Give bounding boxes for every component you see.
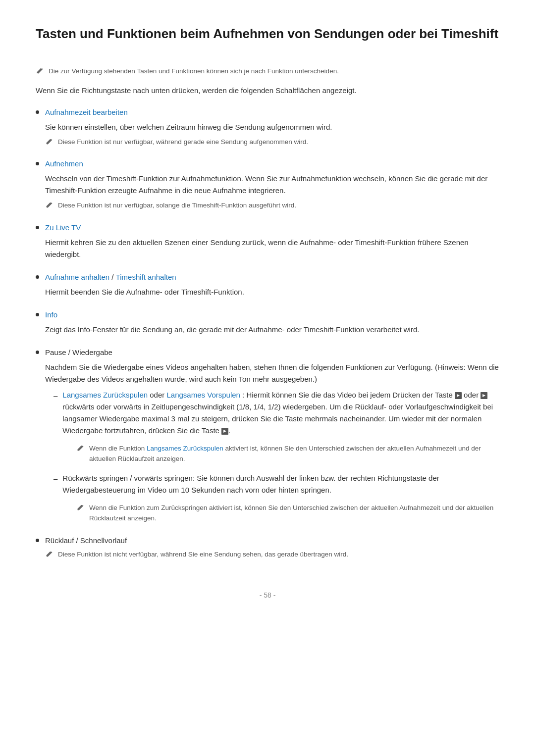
- section-aufnahmezeit: Aufnahmezeit bearbeiten Sie können einst…: [36, 106, 499, 148]
- pencil-icon-2: [45, 137, 53, 145]
- link-vorspulen: Langsames Vorspulen: [166, 391, 240, 399]
- intro-text: Wenn Sie die Richtungstaste nach unten d…: [36, 85, 499, 97]
- bullet-dot-4: [36, 275, 39, 279]
- aufnahmezeit-note-text: Diese Funktion ist nur verfügbar, währen…: [58, 137, 308, 148]
- section-livetv: Zu Live TV Hiermit kehren Sie zu den akt…: [36, 222, 499, 260]
- section-info: Info Zeigt das Info-Fenster für die Send…: [36, 309, 499, 336]
- section-pause: Pause / Wiedergabe Nachdem Sie die Wiede…: [36, 347, 499, 524]
- dash-body-langsam: Langsames Zurückspulen oder Langsames Vo…: [62, 389, 499, 437]
- pencil-icon-4: [76, 444, 84, 452]
- rucklauf-title: Rücklauf / Schnellvorlauf: [45, 535, 127, 547]
- link-zurueckspulen: Langsames Zurückspulen: [62, 391, 148, 399]
- bullet-dot-6: [36, 351, 39, 354]
- dash-list: – Langsames Zurückspulen oder Langsames …: [54, 389, 499, 524]
- forward-icon: [481, 392, 487, 399]
- pause-title: Pause / Wiedergabe: [45, 347, 112, 358]
- oder-sep: oder: [150, 391, 166, 399]
- bullet-dot-7: [36, 539, 39, 542]
- section-rucklauf: Rücklauf / Schnellvorlauf Diese Funktion…: [36, 535, 499, 560]
- aufnahmezeit-note-row: Diese Funktion ist nur verfügbar, währen…: [45, 137, 499, 148]
- aufnahmezeit-title: Aufnahmezeit bearbeiten: [45, 106, 128, 118]
- anhalten-sep: /: [109, 273, 116, 281]
- anhalten-title: Aufnahme anhalten / Timeshift anhalten: [45, 271, 176, 283]
- bullet-livetv: Zu Live TV: [36, 222, 499, 234]
- aufnehmen-body: Wechseln von der Timeshift-Funktion zur …: [45, 173, 499, 197]
- pause-body: Nachdem Sie die Wiedergabe eines Videos …: [45, 361, 499, 385]
- note-text-springen: Wenn die Funktion zum Zurückspringen akt…: [89, 503, 499, 524]
- bullet-anhalten: Aufnahme anhalten / Timeshift anhalten: [36, 271, 499, 283]
- dash-body-springen: Rückwärts springen / vorwärts springen: …: [62, 472, 499, 496]
- anhalten-title-1: Aufnahme anhalten: [45, 273, 109, 281]
- livetv-body: Hiermit kehren Sie zu den aktuellen Szen…: [45, 237, 499, 260]
- section-aufnehmen: Aufnehmen Wechseln von der Timeshift-Fun…: [36, 158, 499, 211]
- note-text-langsam: Wenn die Funktion Langsames Zurückspulen…: [89, 444, 499, 464]
- bullet-dot-5: [36, 313, 39, 316]
- bullet-aufnehmen: Aufnehmen: [36, 158, 499, 170]
- dash-sub-note-langsam: Wenn die Funktion Langsames Zurückspulen…: [76, 444, 499, 464]
- page-title: Tasten und Funktionen beim Aufnehmen von…: [36, 24, 499, 52]
- rewind-icon: [455, 392, 462, 399]
- info-body: Zeigt das Info-Fenster für die Sendung a…: [45, 324, 499, 336]
- bullet-rucklauf: Rücklauf / Schnellvorlauf: [36, 535, 499, 547]
- page-footer: - 58 -: [36, 590, 499, 601]
- livetv-title: Zu Live TV: [45, 222, 81, 234]
- top-note-text: Die zur Verfügung stehenden Tasten und F…: [49, 66, 339, 77]
- aufnehmen-title: Aufnehmen: [45, 158, 83, 170]
- anhalten-title-2: Timeshift anhalten: [116, 273, 176, 281]
- aufnehmen-note-row: Diese Funktion ist nur verfügbar, solang…: [45, 201, 499, 211]
- dash-symbol-2: –: [54, 473, 57, 485]
- springen-text: Rückwärts springen / vorwärts springen: …: [62, 474, 439, 494]
- dash-item-langsam: – Langsames Zurückspulen oder Langsames …: [54, 389, 499, 437]
- play-icon: [221, 428, 228, 435]
- aufnahmezeit-body: Sie können einstellen, über welchen Zeit…: [45, 121, 499, 133]
- bullet-pause: Pause / Wiedergabe: [36, 347, 499, 358]
- bullet-dot-3: [36, 226, 39, 229]
- pencil-icon-6: [45, 550, 53, 557]
- info-title: Info: [45, 309, 57, 321]
- pencil-icon-5: [76, 503, 84, 511]
- pencil-icon: [36, 66, 44, 74]
- bullet-dot: [36, 110, 39, 114]
- aufnehmen-note-text: Diese Funktion ist nur verfügbar, solang…: [58, 201, 296, 211]
- bullet-dot-2: [36, 162, 39, 165]
- dash-item-springen: – Rückwärts springen / vorwärts springen…: [54, 472, 499, 496]
- anhalten-body: Hiermit beenden Sie die Aufnahme- oder T…: [45, 286, 499, 298]
- top-note-row: Die zur Verfügung stehenden Tasten und F…: [36, 66, 499, 77]
- rucklauf-note-row: Diese Funktion ist nicht verfügbar, währ…: [45, 550, 499, 560]
- section-anhalten: Aufnahme anhalten / Timeshift anhalten H…: [36, 271, 499, 298]
- rucklauf-note-text: Diese Funktion ist nicht verfügbar, währ…: [58, 550, 348, 560]
- dash-symbol-1: –: [54, 390, 57, 402]
- dash-sub-note-springen: Wenn die Funktion zum Zurückspringen akt…: [76, 503, 499, 524]
- bullet-info: Info: [36, 309, 499, 321]
- pencil-icon-3: [45, 201, 53, 208]
- bullet-aufnahmezeit: Aufnahmezeit bearbeiten: [36, 106, 499, 118]
